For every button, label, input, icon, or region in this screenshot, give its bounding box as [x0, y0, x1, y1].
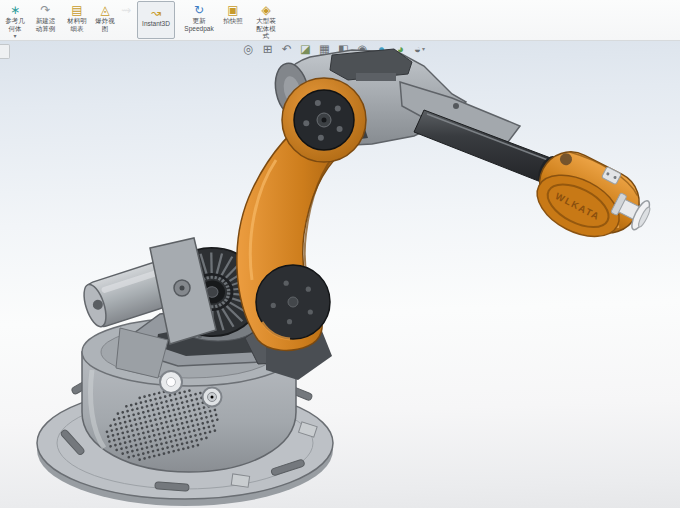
model-brand-text: WLKATA [554, 190, 602, 222]
exploded-view-label: 爆炸视 图 [95, 17, 115, 32]
instant3d-icon: ↝ [151, 6, 161, 20]
explode-line-sketch-icon: ⇝ [121, 3, 131, 17]
new-motion-study-label: 新建运 动算例 [36, 17, 56, 32]
take-snapshot-button[interactable]: ▣ 拍快照 [217, 0, 249, 40]
graphics-viewport[interactable]: ◎ ⊞ ↶ ◪ ▦ ◧ ◉ ● ◕ ◒ ▾ [0, 40, 680, 508]
zoom-to-area-icon[interactable]: ⊞ [260, 42, 275, 57]
display-style-icon[interactable]: ◧ [336, 42, 351, 57]
reference-geometry-icon: ∗ [10, 3, 20, 17]
new-motion-study-icon: ↷ [40, 3, 50, 17]
instant3d-label: Instant3D [142, 20, 170, 28]
update-speedpak-label: 更新 Speedpak [184, 17, 213, 32]
reference-geometry-label: 参考几 何体 [5, 17, 25, 32]
assembly-toolbar: ∗ 参考几 何体 ▾ ↷ 新建运 动算例 ▤ 材料明 细表 ◬ 爆炸视 图 ⇝ … [0, 0, 680, 41]
take-snapshot-icon: ▣ [227, 3, 238, 17]
bill-of-materials-button[interactable]: ▤ 材料明 细表 [61, 0, 93, 40]
previous-view-icon[interactable]: ↶ [279, 42, 294, 57]
reference-geometry-button[interactable]: ∗ 参考几 何体 ▾ [0, 0, 30, 40]
large-assembly-mode-label: 大型装 配体模 式 [256, 17, 276, 40]
chevron-down-icon: ▾ [422, 42, 425, 57]
take-snapshot-label: 拍快照 [223, 17, 243, 25]
exploded-view-button[interactable]: ◬ 爆炸视 图 [93, 0, 117, 40]
view-settings-icon[interactable]: ◒ ▾ [412, 42, 427, 57]
apply-scene-icon[interactable]: ◕ [393, 42, 408, 57]
section-view-icon[interactable]: ◪ [298, 42, 313, 57]
large-assembly-mode-icon: ◈ [261, 3, 270, 17]
chevron-down-icon: ▾ [13, 33, 16, 39]
feature-tree-flyout-tab[interactable] [0, 44, 10, 59]
update-speedpak-button[interactable]: ↻ 更新 Speedpak [181, 0, 217, 40]
exploded-view-icon: ◬ [100, 3, 109, 17]
explode-line-sketch-button[interactable]: ⇝ [117, 0, 135, 40]
edit-appearance-icon[interactable]: ● [374, 42, 389, 57]
bill-of-materials-icon: ▤ [71, 3, 82, 17]
hide-show-items-icon[interactable]: ◉ [355, 42, 370, 57]
large-assembly-mode-button[interactable]: ◈ 大型装 配体模 式 [249, 0, 283, 40]
update-speedpak-icon: ↻ [194, 3, 204, 17]
instant3d-button[interactable]: ↝ Instant3D [137, 1, 175, 39]
bill-of-materials-label: 材料明 细表 [67, 17, 87, 32]
heads-up-view-toolbar: ◎ ⊞ ↶ ◪ ▦ ◧ ◉ ● ◕ ◒ ▾ [241, 42, 427, 57]
view-orientation-icon[interactable]: ▦ [317, 42, 332, 57]
zoom-to-fit-icon[interactable]: ◎ [241, 42, 256, 57]
new-motion-study-button[interactable]: ↷ 新建运 动算例 [30, 0, 61, 40]
robot-arm-model[interactable]: WLKATA [0, 40, 680, 508]
